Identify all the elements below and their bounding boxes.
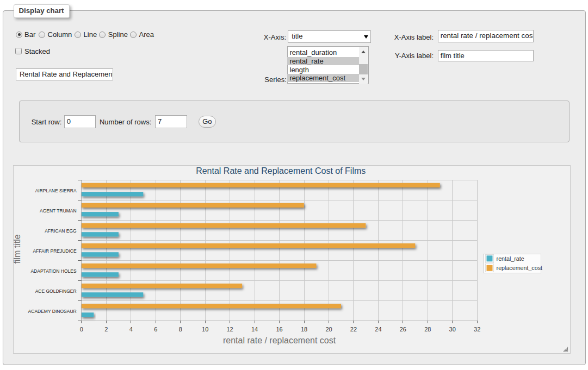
svg-text:14: 14 bbox=[251, 326, 258, 333]
svg-text:AFRICAN EGG: AFRICAN EGG bbox=[45, 228, 77, 234]
svg-text:replacement_cost: replacement_cost bbox=[497, 265, 542, 271]
svg-text:ADAPTATION HOLES: ADAPTATION HOLES bbox=[31, 268, 77, 274]
svg-text:AIRPLANE SIERRA: AIRPLANE SIERRA bbox=[35, 188, 77, 193]
svg-text:20: 20 bbox=[326, 326, 332, 333]
svg-text:ACADEMY DINOSAUR: ACADEMY DINOSAUR bbox=[28, 309, 77, 314]
svg-text:22: 22 bbox=[350, 326, 357, 333]
svg-text:AGENT TRUMAN: AGENT TRUMAN bbox=[40, 208, 77, 214]
svg-text:18: 18 bbox=[301, 326, 307, 333]
svg-text:2: 2 bbox=[105, 326, 108, 333]
svg-text:Rental Rate and Replacement Co: Rental Rate and Replacement Cost of Film… bbox=[196, 166, 366, 175]
svg-text:ACE GOLDFINGER: ACE GOLDFINGER bbox=[35, 289, 77, 294]
svg-text:32: 32 bbox=[474, 326, 480, 333]
svg-text:16: 16 bbox=[276, 326, 283, 333]
svg-text:12: 12 bbox=[227, 326, 233, 333]
svg-text:film title: film title bbox=[14, 234, 22, 264]
svg-text:4: 4 bbox=[129, 326, 133, 333]
svg-text:8: 8 bbox=[179, 326, 182, 333]
svg-text:30: 30 bbox=[449, 326, 456, 333]
svg-text:AFFAIR PREJUDICE: AFFAIR PREJUDICE bbox=[33, 248, 77, 254]
svg-text:24: 24 bbox=[375, 326, 382, 333]
svg-text:28: 28 bbox=[425, 326, 431, 333]
svg-text:0: 0 bbox=[80, 326, 83, 333]
svg-text:rental_rate: rental_rate bbox=[497, 255, 524, 262]
svg-text:10: 10 bbox=[202, 326, 208, 333]
svg-text:6: 6 bbox=[154, 326, 158, 333]
svg-text:26: 26 bbox=[400, 326, 406, 333]
svg-text:rental rate / replacement cost: rental rate / replacement cost bbox=[223, 336, 336, 346]
